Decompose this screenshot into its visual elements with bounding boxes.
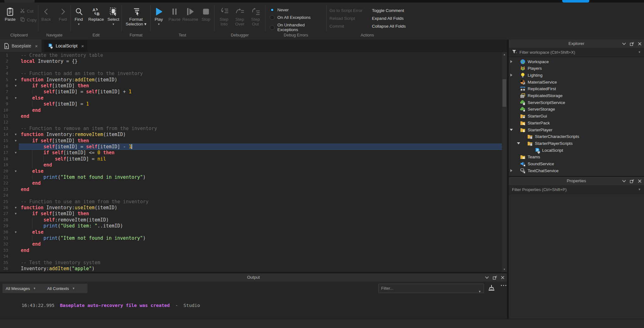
caret-down-icon[interactable] bbox=[509, 126, 513, 133]
close-icon[interactable] bbox=[638, 179, 641, 183]
code-line-24[interactable]: 24 bbox=[0, 192, 507, 199]
code-line-36[interactable]: 36Inventory:addItem("apple") bbox=[0, 265, 507, 272]
code-line-29[interactable]: 29 print("Used item: "..itemID) bbox=[0, 223, 507, 229]
explorer-item-materialservice[interactable]: MaterialService bbox=[509, 79, 644, 85]
collapse-all-folds-button[interactable]: Collapse All Folds bbox=[372, 24, 406, 29]
explorer-item-localscript[interactable]: LocalScript bbox=[509, 147, 644, 154]
close-icon[interactable] bbox=[638, 42, 641, 46]
explorer-item-serverscriptservice[interactable]: ServerScriptService bbox=[509, 99, 644, 106]
code-line-32[interactable]: 32 end bbox=[0, 241, 507, 247]
explorer-item-workspace[interactable]: Workspace bbox=[509, 58, 644, 65]
code-line-30[interactable]: 30▼ else bbox=[0, 229, 507, 235]
code-line-4[interactable]: 4-- Function to add an item to the inven… bbox=[0, 70, 507, 77]
float-window-icon[interactable] bbox=[493, 276, 497, 280]
radio-unselected-icon[interactable] bbox=[270, 25, 275, 30]
code-line-19[interactable]: 19 end bbox=[0, 162, 507, 168]
expand-all-folds-button[interactable]: Expand All Folds bbox=[372, 16, 406, 21]
code-line-3[interactable]: 3 bbox=[0, 64, 507, 71]
code-line-11[interactable]: 11end bbox=[0, 113, 507, 119]
script-editor[interactable]: 1-- Create the inventory table2local Inv… bbox=[0, 52, 507, 272]
code-line-2[interactable]: 2local Inventory = {} bbox=[0, 58, 507, 64]
code-line-9[interactable]: 9 self[itemID] = 1 bbox=[0, 101, 507, 107]
explorer-item-players[interactable]: Players bbox=[509, 65, 644, 72]
play-button[interactable]: Play▾ bbox=[152, 6, 166, 27]
explorer-item-replicatedstorage[interactable]: ReplicatedStorage bbox=[509, 92, 644, 99]
code-line-13[interactable]: 13-- Function to remove an item from the… bbox=[0, 125, 507, 132]
all-contexts-dropdown[interactable]: All Contexts ▼ bbox=[44, 284, 87, 293]
explorer-item-startergui[interactable]: StarterGui bbox=[509, 113, 644, 120]
select-button[interactable]: Select▾ bbox=[105, 6, 121, 27]
explorer-item-serverstorage[interactable]: ServerStorage bbox=[509, 106, 644, 113]
radio-selected-icon[interactable] bbox=[270, 8, 275, 12]
code-line-28[interactable]: 28 self:removeItem(itemID) bbox=[0, 217, 507, 223]
code-line-26[interactable]: 26▼function Inventory:useItem(itemID) bbox=[0, 205, 507, 211]
explorer-item-starterplayerscripts[interactable]: StarterPlayerScripts bbox=[509, 140, 644, 147]
explorer-item-soundservice[interactable]: SoundService bbox=[509, 161, 644, 167]
radio-unselected-icon[interactable] bbox=[270, 15, 275, 20]
scroll-down-icon[interactable]: ▼ bbox=[502, 267, 507, 272]
explorer-item-replicatedfirst[interactable]: ReplicatedFirst bbox=[509, 85, 644, 92]
code-line-15[interactable]: 15▼ if self[itemID] then bbox=[0, 138, 507, 144]
code-line-10[interactable]: 10 end bbox=[0, 107, 507, 113]
code-line-35[interactable]: 35-- Test the inventory system bbox=[0, 260, 507, 266]
code-line-16[interactable]: 16 self[itemID] = self[itemID] - 1 bbox=[0, 144, 507, 150]
explorer-item-lighting[interactable]: Lighting bbox=[509, 72, 644, 79]
fold-arrow-icon[interactable]: ▼ bbox=[13, 83, 18, 89]
code-line-34[interactable]: 34 bbox=[0, 253, 507, 260]
output-menu-ellipsis-icon[interactable]: ··· bbox=[501, 282, 507, 289]
fold-arrow-icon[interactable]: ▼ bbox=[13, 205, 18, 211]
fold-arrow-icon[interactable]: ▼ bbox=[13, 131, 18, 138]
radio-on-unhandled-exceptions[interactable]: On Unhandled Exceptions bbox=[270, 23, 326, 32]
properties-filter-input[interactable]: Filter Properties (Ctrl+Shift+P) ▼ bbox=[509, 185, 644, 194]
fold-arrow-icon[interactable]: ▼ bbox=[13, 168, 18, 174]
code-line-1[interactable]: 1-- Create the inventory table bbox=[0, 52, 507, 58]
caret-down-icon[interactable] bbox=[517, 140, 520, 147]
fold-arrow-icon[interactable]: ▼ bbox=[13, 150, 18, 156]
fold-arrow-icon[interactable]: ▼ bbox=[13, 138, 18, 144]
explorer-item-starterpack[interactable]: StarterPack bbox=[509, 119, 644, 126]
code-line-31[interactable]: 31 print("Item not found in inventory") bbox=[0, 235, 507, 241]
radio-on-all-exceptions[interactable]: On All Exceptions bbox=[270, 15, 326, 20]
tab-baseplate[interactable]: Baseplate× bbox=[0, 40, 42, 52]
chevron-down-icon[interactable] bbox=[485, 276, 489, 279]
code-line-14[interactable]: 14▼function Inventory:removeItem(itemID) bbox=[0, 131, 507, 138]
code-line-33[interactable]: 33end bbox=[0, 247, 507, 254]
code-line-27[interactable]: 27▼ if self[itemID] then bbox=[0, 210, 507, 217]
close-icon[interactable] bbox=[501, 276, 504, 279]
code-line-5[interactable]: 5▼function Inventory:addItem(itemID) bbox=[0, 77, 507, 83]
paste-button[interactable]: Paste bbox=[1, 6, 19, 22]
code-line-6[interactable]: 6▼ if self[itemID] then bbox=[0, 83, 507, 89]
code-line-12[interactable]: 12 bbox=[0, 119, 507, 125]
fold-arrow-icon[interactable]: ▼ bbox=[13, 210, 18, 217]
code-line-7[interactable]: 7 self[itemID] = self[itemID] + 1 bbox=[0, 89, 507, 95]
explorer-item-textchatservice[interactable]: TextChatService bbox=[509, 167, 644, 174]
code-line-25[interactable]: 25-- Function to use an item from the in… bbox=[0, 199, 507, 205]
editor-scrollbar[interactable]: ▲ ▼ bbox=[502, 52, 507, 272]
fold-arrow-icon[interactable]: ▼ bbox=[13, 77, 18, 83]
dropdown-arrow-icon[interactable]: ▾ bbox=[158, 22, 159, 26]
float-window-icon[interactable] bbox=[630, 179, 634, 183]
float-window-icon[interactable] bbox=[630, 42, 634, 46]
close-icon[interactable]: × bbox=[81, 43, 84, 49]
explorer-item-startercharacterscripts[interactable]: StarterCharacterScripts bbox=[509, 133, 644, 140]
fold-arrow-icon[interactable]: ▼ bbox=[13, 229, 18, 235]
close-icon[interactable]: × bbox=[35, 43, 38, 49]
all-messages-dropdown[interactable]: All Messages ▼ bbox=[3, 284, 47, 293]
code-line-23[interactable]: 23end bbox=[0, 186, 507, 193]
explorer-item-starterplayer[interactable]: StarterPlayer bbox=[509, 126, 644, 133]
code-line-20[interactable]: 20▼ else bbox=[0, 168, 507, 174]
format-button[interactable]: Format Selection ▾ bbox=[123, 6, 149, 27]
scrollbar-thumb[interactable] bbox=[502, 79, 506, 107]
find-button[interactable]: Find▾ bbox=[71, 6, 87, 27]
dropdown-arrow-icon[interactable]: ▾ bbox=[113, 22, 114, 26]
explorer-item-teams[interactable]: Teams bbox=[509, 154, 644, 161]
explorer-filter-input[interactable]: Filter workspace (Ctrl+Shift+X) ▼ bbox=[509, 48, 644, 57]
fold-arrow-icon[interactable]: ▼ bbox=[13, 95, 18, 101]
caret-right-icon[interactable] bbox=[509, 58, 513, 65]
clear-output-broom-icon[interactable] bbox=[488, 285, 495, 293]
scroll-up-icon[interactable]: ▲ bbox=[502, 52, 507, 57]
chevron-down-icon[interactable] bbox=[622, 180, 626, 183]
code-line-8[interactable]: 8▼ else bbox=[0, 95, 507, 101]
code-line-21[interactable]: 21 print("Item not found in inventory") bbox=[0, 174, 507, 180]
output-filter-input[interactable]: Filter... ▼ bbox=[378, 284, 484, 293]
